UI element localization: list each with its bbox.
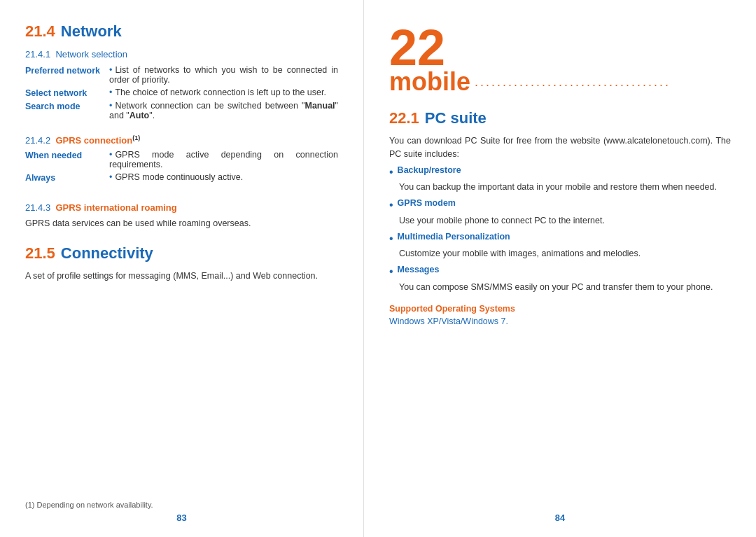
- section-21-4-header: 21.4 Network: [25, 22, 338, 41]
- def-term-always: Always: [25, 172, 109, 183]
- footnote: (1) Depending on network availability.: [25, 501, 153, 509]
- bullet-when-needed: •: [109, 150, 112, 160]
- def-desc-preferred: •List of networks to which you wish to b…: [109, 65, 338, 85]
- def-term-when-needed: When needed: [25, 150, 109, 169]
- bullet-backup: •: [389, 165, 393, 180]
- section-21-5-num: 21.5: [25, 244, 55, 263]
- subsection-21-4-2-title: GPRS connection: [55, 135, 132, 146]
- bullet-search: •: [109, 101, 112, 111]
- def-term-select: Select network: [25, 88, 109, 98]
- feature-backup-desc: You can backup the important data in you…: [399, 181, 731, 194]
- def-desc-select: •The choice of network connection is lef…: [109, 88, 338, 98]
- feature-gprs: • GPRS modem: [389, 198, 731, 213]
- feature-multimedia-desc: Customize your mobile with images, anima…: [399, 247, 731, 260]
- subsection-21-4-3-header: 21.4.3 GPRS international roaming: [25, 202, 338, 213]
- bullet-gprs: •: [389, 198, 393, 213]
- feature-multimedia-label: Multimedia Personalization: [398, 232, 510, 242]
- feature-gprs-label: GPRS modem: [398, 198, 456, 208]
- manual-text: Manual: [305, 101, 335, 111]
- gprs-superscript: (1): [132, 134, 140, 141]
- chapter-number: 22: [389, 22, 731, 73]
- def-row-search: Search mode •Network connection can be s…: [25, 101, 338, 120]
- subsection-21-4-3-num: 21.4.3: [25, 202, 50, 213]
- page-number-right: 84: [555, 512, 565, 523]
- def-row-always: Always •GPRS mode continuously active.: [25, 172, 338, 183]
- section-21-4-title: Network: [61, 22, 122, 41]
- bullet-select: •: [109, 88, 112, 97]
- bullet-multimedia: •: [389, 232, 393, 246]
- feature-gprs-desc: Use your mobile phone to connect PC to t…: [399, 214, 731, 228]
- bullet-messages: •: [389, 265, 393, 279]
- chapter-dots: ...................................: [475, 75, 731, 90]
- section-22-1-header: 22.1 PC suite: [389, 109, 731, 127]
- supported-os-label: Supported Operating Systems: [389, 304, 731, 314]
- connectivity-body: A set of profile settings for messaging …: [25, 270, 338, 283]
- subsection-21-4-2-header: 21.4.2 GPRS connection(1): [25, 134, 338, 146]
- def-row-preferred: Preferred network •List of networks to w…: [25, 65, 338, 85]
- subsection-21-4-1-header: 21.4.1 Network selection: [25, 49, 338, 60]
- subsection-21-4-1-num: 21.4.1: [25, 49, 50, 60]
- feature-multimedia: • Multimedia Personalization: [389, 232, 731, 246]
- left-page: 21.4 Network 21.4.1 Network selection Pr…: [0, 0, 364, 537]
- feature-backup-label: Backup/restore: [398, 165, 461, 175]
- def-row-when-needed: When needed •GPRS mode active depending …: [25, 150, 338, 169]
- feature-backup: • Backup/restore: [389, 165, 731, 180]
- def-term-preferred: Preferred network: [25, 65, 109, 85]
- features-list: • Backup/restore You can backup the impo…: [389, 165, 731, 298]
- auto-text: Auto: [130, 111, 149, 120]
- feature-messages-label: Messages: [398, 265, 440, 274]
- section-22-1-num: 22.1: [389, 109, 419, 127]
- supported-os-value: Windows XP/Vista/Windows 7.: [389, 316, 731, 326]
- page-number-left: 83: [176, 512, 186, 523]
- right-page: 22 mobile ..............................…: [364, 0, 756, 537]
- section-21-4-num: 21.4: [25, 22, 55, 41]
- chapter-title-row: mobile .................................…: [389, 67, 731, 97]
- feature-messages-desc: You can compose SMS/MMS easily on your P…: [399, 281, 731, 294]
- def-desc-when-needed: •GPRS mode active depending on connectio…: [109, 150, 338, 169]
- subsection-21-4-2-num: 21.4.2: [25, 135, 50, 146]
- feature-messages: • Messages: [389, 265, 731, 279]
- subsection-21-4-1-title: Network selection: [55, 49, 127, 60]
- gprs-roaming-body: GPRS data services can be used while roa…: [25, 217, 338, 230]
- bullet-preferred: •: [109, 65, 112, 75]
- section-22-1-title: PC suite: [425, 109, 486, 127]
- subsection-21-4-3: 21.4.3 GPRS international roaming GPRS d…: [25, 197, 338, 235]
- chapter-num: 22: [389, 22, 731, 67]
- definitions-21-4-2: When needed •GPRS mode active depending …: [25, 150, 338, 186]
- section-21-5-header: 21.5 Connectivity: [25, 244, 338, 263]
- section-21-5: 21.5 Connectivity A set of profile setti…: [25, 244, 338, 287]
- pc-suite-intro: You can download PC Suite for free from …: [389, 134, 731, 161]
- def-desc-always: •GPRS mode continuously active.: [109, 172, 338, 183]
- chapter-title: mobile: [389, 67, 470, 97]
- definitions-21-4-1: Preferred network •List of networks to w…: [25, 65, 338, 123]
- subsection-21-4-3-title: GPRS international roaming: [55, 202, 176, 213]
- def-term-search: Search mode: [25, 101, 109, 120]
- bullet-always: •: [109, 172, 112, 182]
- section-21-5-title: Connectivity: [61, 244, 153, 263]
- def-row-select: Select network •The choice of network co…: [25, 88, 338, 98]
- def-desc-search: •Network connection can be switched betw…: [109, 101, 338, 120]
